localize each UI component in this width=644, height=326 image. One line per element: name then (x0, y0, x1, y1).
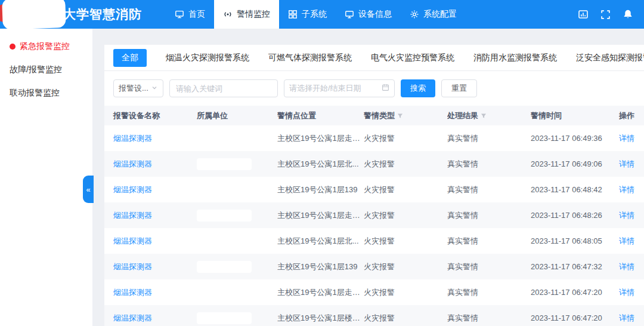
date-range-input[interactable]: 请选择开始/结束日期 (284, 79, 395, 97)
result-cell: 真实警情 (447, 313, 531, 324)
details-link[interactable]: 详情 (619, 133, 644, 144)
nav-item-subsystems[interactable]: 子系统 (279, 0, 336, 29)
sidebar-item-fault-alarm[interactable]: 故障/报警监控 (0, 58, 92, 81)
table-row: 烟温探测器主校区19号公寓1层139火灾报警真实警情2023-11-17 06:… (104, 177, 644, 202)
details-link[interactable]: 详情 (619, 184, 644, 195)
tab-gas-system[interactable]: 可燃气体探测报警系统 (268, 53, 352, 63)
nav-item-label: 系统配置 (423, 9, 457, 20)
device-name-link[interactable]: 烟温探测器 (104, 236, 197, 247)
col-alarm-type-label: 警情类型 (364, 111, 395, 120)
table-body: 烟温探测器主校区19号公寓1层走廊4火灾报警真实警情2023-11-17 06:… (104, 125, 644, 326)
device-type-select[interactable]: 报警设... (113, 79, 163, 97)
sidebar-item-label: 联动报警监控 (10, 88, 60, 99)
device-name-link[interactable]: 烟温探测器 (104, 133, 197, 144)
alarm-type-cell: 火灾报警 (364, 236, 447, 247)
table-row: 烟温探测器主校区19号公寓1层走廊4火灾报警真实警情2023-11-17 06:… (104, 125, 644, 151)
filter-bar: 报警设... 请选择开始/结束日期 搜索 重置 (113, 79, 644, 97)
filter-funnel-icon[interactable] (397, 112, 403, 121)
alarm-type-cell: 火灾报警 (364, 313, 447, 324)
top-navbar: 大学智慧消防 首页 警情监控 (0, 0, 644, 29)
col-alarm-time: 警情时间 (531, 110, 619, 121)
tab-pansafety-system[interactable]: 泛安全感知探测报警系统 (576, 53, 644, 63)
redaction-blob (197, 235, 252, 247)
filter-funnel-icon[interactable] (481, 112, 487, 121)
details-link[interactable]: 详情 (619, 262, 644, 272)
result-cell: 真实警情 (447, 236, 531, 247)
details-link[interactable]: 详情 (619, 159, 644, 170)
alarm-type-cell: 火灾报警 (364, 184, 447, 195)
details-link[interactable]: 详情 (619, 210, 644, 221)
nav-item-label: 警情监控 (237, 9, 270, 20)
bell-icon[interactable] (623, 9, 633, 20)
unit-cell (197, 261, 277, 273)
tab-smoke-temp-system[interactable]: 烟温火灾探测报警系统 (166, 53, 249, 63)
sidebar: 紧急报警监控 故障/报警监控 联动报警监控 (0, 29, 92, 326)
nav-item-device-info[interactable]: 设备信息 (336, 0, 401, 29)
keyword-input[interactable] (169, 79, 278, 97)
result-cell: 真实警情 (447, 287, 531, 298)
redaction-blob-logo (2, 0, 66, 30)
location-cell: 主校区19号公寓1层楼梯3 (277, 313, 364, 324)
tab-water-system[interactable]: 消防用水监测报警系统 (473, 53, 557, 63)
nav-item-system-config[interactable]: 系统配置 (401, 0, 466, 29)
sidebar-item-emergency-alarm[interactable]: 紧急报警监控 (0, 35, 92, 58)
device-type-select-value: 报警设... (119, 83, 148, 94)
alarm-type-cell: 火灾报警 (364, 262, 447, 272)
calendar-icon (382, 84, 389, 93)
redaction-blob (197, 158, 252, 170)
reset-button[interactable]: 重置 (441, 79, 477, 97)
col-unit: 所属单位 (197, 110, 277, 121)
nav-item-alarm-monitoring[interactable]: 警情监控 (214, 0, 279, 29)
alarm-type-cell: 火灾报警 (364, 159, 447, 170)
alarm-time-cell: 2023-11-17 06:49:36 (531, 134, 619, 143)
device-name-link[interactable]: 烟温探测器 (104, 287, 197, 298)
details-link[interactable]: 详情 (619, 313, 644, 324)
location-cell: 主校区19号公寓1层139 (277, 262, 364, 272)
alarm-table: 报警设备名称 所属单位 警情点位置 警情类型 处理结果 警情时间 操作 烟温探测… (104, 106, 644, 326)
sidebar-item-label: 故障/报警监控 (10, 64, 62, 75)
device-name-link[interactable]: 烟温探测器 (104, 262, 197, 272)
unit-cell (197, 235, 277, 247)
col-actions: 操作 (619, 110, 644, 121)
collapse-chevrons-icon: « (86, 185, 90, 194)
unit-cell (197, 312, 277, 324)
alarm-time-cell: 2023-11-17 06:48:05 (531, 236, 619, 245)
location-cell: 主校区19号公寓1层139 (277, 184, 364, 195)
location-cell: 主校区19号公寓1层走廊4 (277, 287, 364, 298)
alarm-time-cell: 2023-11-17 06:47:32 (531, 262, 619, 271)
col-device-name: 报警设备名称 (104, 110, 197, 121)
redaction-blob (197, 261, 252, 273)
alarm-dot-icon (10, 44, 16, 50)
unit-cell (197, 133, 277, 144)
location-cell: 主校区19号公寓1层北... (277, 159, 364, 170)
details-link[interactable]: 详情 (619, 287, 644, 298)
sidebar-item-linkage-alarm[interactable]: 联动报警监控 (0, 81, 92, 104)
alarm-time-cell: 2023-11-17 06:49:06 (531, 159, 619, 168)
alarm-type-cell: 火灾报警 (364, 133, 447, 144)
redaction-blob (197, 210, 252, 222)
device-name-link[interactable]: 烟温探测器 (104, 210, 197, 221)
table-row: 烟温探测器主校区19号公寓1层走廊4火灾报警真实警情2023-11-17 06:… (104, 202, 644, 228)
search-button[interactable]: 搜索 (401, 79, 435, 97)
tab-all[interactable]: 全部 (113, 49, 147, 67)
redaction-blob (197, 133, 252, 144)
device-name-link[interactable]: 烟温探测器 (104, 313, 197, 324)
tab-electrical-system[interactable]: 电气火灾监控预警系统 (371, 53, 454, 63)
redaction-blob (197, 184, 252, 196)
col-alarm-type: 警情类型 (364, 110, 447, 121)
device-name-link[interactable]: 烟温探测器 (104, 184, 197, 195)
system-tabs: 全部 烟温火灾探测报警系统 可燃气体探测报警系统 电气火灾监控预警系统 消防用水… (104, 45, 644, 71)
nav-item-home[interactable]: 首页 (166, 0, 214, 29)
table-row: 烟温探测器主校区19号公寓1层北...火灾报警真实警情2023-11-17 06… (104, 228, 644, 254)
alarm-type-cell: 火灾报警 (364, 210, 447, 221)
details-link[interactable]: 详情 (619, 236, 644, 247)
main-content-card: 全部 烟温火灾探测报警系统 可燃气体探测报警系统 电气火灾监控预警系统 消防用水… (104, 45, 644, 326)
result-cell: 真实警情 (447, 262, 531, 272)
dashboard-chart-icon[interactable] (578, 9, 589, 20)
fullscreen-icon[interactable] (600, 10, 611, 20)
sidebar-collapse-button[interactable]: « (83, 176, 94, 203)
nav-item-label: 首页 (188, 9, 205, 20)
col-result: 处理结果 (447, 110, 531, 121)
device-name-link[interactable]: 烟温探测器 (104, 159, 197, 170)
result-cell: 真实警情 (447, 133, 531, 144)
